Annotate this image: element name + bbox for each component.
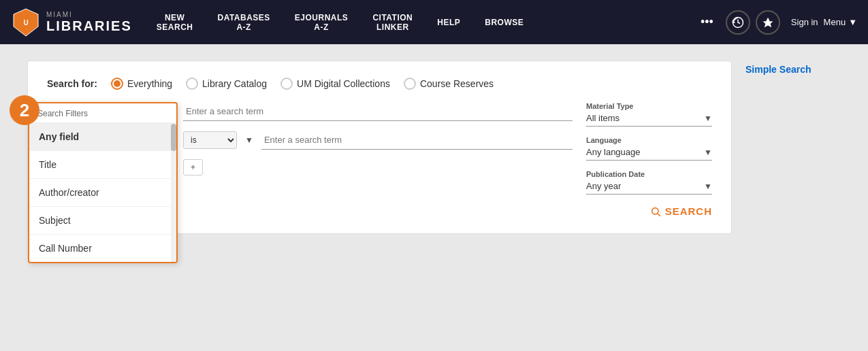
dropdown-list: Any field Title Author/creator Subject C… — [29, 123, 176, 259]
nav-right-controls: ••• Sign in Menu ▼ — [694, 10, 857, 35]
nav-ejournals[interactable]: EJOURNALS A-Z — [283, 0, 361, 44]
filter-pub-date-value: Any year — [586, 181, 704, 191]
arrow-icon: ▼ — [245, 135, 253, 145]
search-filters-right: Material Type All items ▼ Language Any l… — [586, 102, 712, 217]
main-content: Search for: Everything Library Catalog U… — [0, 44, 868, 351]
logo-sub: MIAMI — [46, 11, 132, 18]
nav-help[interactable]: HELP — [425, 0, 472, 44]
filter-language-arrow-icon: ▼ — [704, 148, 712, 157]
search-panel: Search for: Everything Library Catalog U… — [27, 61, 732, 234]
search-button[interactable]: SEARCH — [650, 205, 712, 217]
filter-pub-date-label: Publication Date — [586, 170, 712, 178]
search-for-row: Search for: Everything Library Catalog U… — [47, 78, 712, 90]
filter-material-type-select[interactable]: All items ▼ — [586, 113, 712, 127]
simple-search-link[interactable]: Simple Search — [745, 64, 811, 75]
svg-line-4 — [658, 214, 660, 216]
radio-circle-library-catalog — [186, 78, 198, 90]
logo-text-group: MIAMI LIBRARIES — [46, 11, 132, 34]
history-icon-button[interactable] — [726, 10, 750, 35]
dropdown-item-call-number[interactable]: Call Number — [29, 235, 176, 259]
search-rows: is contains ▼ + — [183, 102, 573, 176]
filter-material-type: Material Type All items ▼ — [586, 102, 712, 127]
radio-library-catalog[interactable]: Library Catalog — [186, 78, 267, 90]
sidebar: Simple Search — [745, 61, 841, 76]
radio-um-digital[interactable]: UM Digital Collections — [280, 78, 390, 90]
dropdown-item-title[interactable]: Title — [29, 151, 176, 179]
search-filters-dropdown[interactable]: Search Filters Any field Title Author/cr… — [28, 102, 178, 263]
dropdown-scrollbar[interactable] — [171, 124, 176, 262]
filter-material-type-label: Material Type — [586, 102, 712, 110]
filter-pub-date-select[interactable]: Any year ▼ — [586, 181, 712, 195]
radio-circle-course-reserves — [404, 78, 416, 90]
search-btn-row: SEARCH — [586, 205, 712, 217]
menu-button[interactable]: Menu ▼ — [824, 17, 857, 27]
logo-title: LIBRARIES — [46, 18, 132, 33]
filter-language-select[interactable]: Any language ▼ — [586, 147, 712, 161]
add-row-button[interactable]: + — [183, 159, 203, 176]
dropdown-item-any-field[interactable]: Any field — [29, 123, 176, 151]
nav-browse[interactable]: BROWSE — [472, 0, 536, 44]
nav-databases[interactable]: DATABASES A-Z — [205, 0, 282, 44]
filter-publication-date: Publication Date Any year ▼ — [586, 170, 712, 195]
search-for-label: Search for: — [47, 78, 97, 89]
top-navigation: U MIAMI LIBRARIES NEW SEARCH DATABASES A… — [0, 0, 868, 44]
radio-circle-everything — [111, 78, 123, 90]
logo-area[interactable]: U MIAMI LIBRARIES — [11, 7, 132, 37]
filter-material-type-value: All items — [586, 113, 704, 123]
dropdown-item-subject[interactable]: Subject — [29, 207, 176, 235]
university-logo-icon: U — [11, 7, 41, 37]
search-input-2[interactable] — [261, 131, 573, 150]
radio-everything[interactable]: Everything — [111, 78, 172, 90]
nav-new-search[interactable]: NEW SEARCH — [144, 0, 206, 44]
filter-language-value: Any language — [586, 147, 704, 157]
filter-language-label: Language — [586, 136, 712, 144]
search-icon — [650, 206, 661, 217]
filter-pub-date-arrow-icon: ▼ — [704, 182, 712, 191]
nav-items: NEW SEARCH DATABASES A-Z EJOURNALS A-Z C… — [144, 0, 694, 44]
svg-point-3 — [652, 207, 658, 214]
pin-icon-button[interactable] — [756, 10, 780, 35]
dropdown-item-author-creator[interactable]: Author/creator — [29, 179, 176, 207]
sign-in-button[interactable]: Sign in — [791, 17, 818, 27]
radio-circle-um-digital — [280, 78, 293, 90]
search-input-1[interactable] — [183, 102, 573, 121]
operator-select-1[interactable]: is contains — [183, 131, 237, 149]
search-row-2: is contains ▼ — [183, 131, 573, 150]
history-icon — [732, 16, 744, 29]
search-body: 2 Search Filters Any field Title Author/… — [47, 102, 712, 217]
filter-material-type-arrow-icon: ▼ — [704, 114, 712, 123]
search-row-1 — [183, 102, 573, 121]
nav-citation-linker[interactable]: CITATION LINKER — [360, 0, 425, 44]
search-row-3: + — [183, 159, 573, 176]
pin-icon — [762, 17, 773, 28]
dropdown-header: Search Filters — [29, 103, 176, 123]
filter-language: Language Any language ▼ — [586, 136, 712, 161]
scrollbar-thumb — [171, 124, 176, 151]
radio-course-reserves[interactable]: Course Reserves — [404, 78, 494, 90]
nav-more-icon[interactable]: ••• — [694, 15, 720, 29]
svg-text:U: U — [23, 19, 28, 27]
search-left: 2 Search Filters Any field Title Author/… — [47, 102, 573, 217]
step-badge-2: 2 — [10, 95, 39, 125]
